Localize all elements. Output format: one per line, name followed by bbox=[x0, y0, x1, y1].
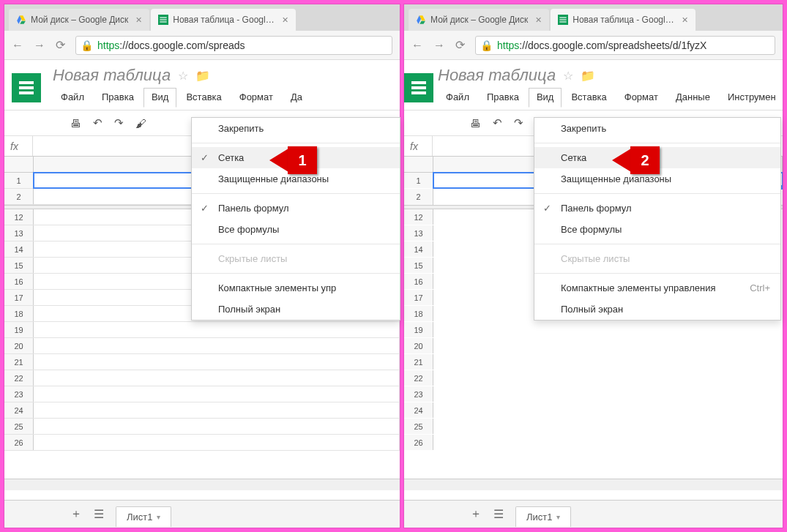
all-sheets-icon[interactable]: ☰ bbox=[94, 507, 104, 521]
browser-tab-sheets[interactable]: Новая таблица - Googl… ✕ bbox=[151, 9, 295, 31]
all-sheets-icon[interactable]: ☰ bbox=[493, 507, 504, 521]
cell[interactable] bbox=[34, 402, 400, 418]
redo-icon[interactable]: ↷ bbox=[514, 116, 523, 130]
cell[interactable] bbox=[433, 338, 783, 353]
menu-data[interactable]: Данные bbox=[668, 88, 718, 108]
row-header[interactable]: 26 bbox=[4, 435, 34, 450]
cell[interactable] bbox=[34, 386, 400, 402]
doc-title[interactable]: Новая таблица bbox=[53, 66, 171, 85]
menu-view[interactable]: Вид bbox=[529, 88, 562, 108]
row-header[interactable]: 26 bbox=[404, 435, 433, 450]
sheet-tab[interactable]: Лист1 ▾ bbox=[116, 506, 171, 527]
undo-icon[interactable]: ↶ bbox=[493, 116, 502, 130]
select-all-corner[interactable] bbox=[404, 157, 433, 172]
row-header[interactable]: 14 bbox=[404, 241, 433, 257]
row-header[interactable]: 22 bbox=[4, 370, 34, 386]
row-header[interactable]: 19 bbox=[404, 322, 433, 337]
row-header[interactable]: 16 bbox=[404, 274, 433, 289]
view-formula-bar[interactable]: ✓Панель формул bbox=[534, 198, 780, 219]
row-header[interactable]: 23 bbox=[4, 386, 34, 402]
cell[interactable] bbox=[433, 370, 783, 386]
cell[interactable] bbox=[433, 354, 783, 370]
address-bar[interactable]: 🔒 https ://docs.google.com/spreadsheets/… bbox=[475, 36, 775, 55]
row-header[interactable]: 17 bbox=[4, 290, 34, 305]
row-header[interactable]: 1 bbox=[404, 173, 433, 188]
row-header[interactable]: 15 bbox=[404, 258, 433, 273]
row-header[interactable]: 21 bbox=[404, 354, 433, 370]
browser-tab-sheets[interactable]: Новая таблица - Googl… ✕ bbox=[551, 9, 695, 31]
menu-tools[interactable]: Инструмен bbox=[720, 88, 783, 108]
menu-view[interactable]: Вид bbox=[143, 88, 177, 108]
row-header[interactable]: 17 bbox=[404, 290, 433, 305]
row-header[interactable]: 1 bbox=[4, 173, 34, 188]
row-header[interactable]: 24 bbox=[4, 402, 34, 418]
row-header[interactable]: 20 bbox=[4, 338, 34, 353]
forward-icon[interactable]: → bbox=[433, 39, 445, 52]
view-freeze[interactable]: Закрепить bbox=[534, 118, 780, 139]
menu-edit[interactable]: Правка bbox=[94, 88, 142, 108]
row-header[interactable]: 13 bbox=[4, 225, 34, 241]
forward-icon[interactable]: → bbox=[34, 39, 45, 52]
reload-icon[interactable]: ⟳ bbox=[56, 38, 65, 52]
row-header[interactable]: 12 bbox=[404, 209, 433, 225]
reload-icon[interactable]: ⟳ bbox=[455, 38, 465, 52]
folder-icon[interactable]: 📁 bbox=[581, 69, 595, 83]
row-header[interactable]: 2 bbox=[404, 189, 433, 205]
menu-data[interactable]: Да bbox=[283, 88, 310, 108]
view-fullscreen[interactable]: Полный экран bbox=[534, 299, 780, 320]
folder-icon[interactable]: 📁 bbox=[195, 69, 210, 83]
row-header[interactable]: 18 bbox=[4, 306, 34, 321]
sheets-logo[interactable] bbox=[4, 66, 48, 110]
cell[interactable] bbox=[433, 402, 783, 418]
row-header[interactable]: 24 bbox=[404, 402, 433, 418]
star-icon[interactable]: ☆ bbox=[178, 69, 188, 83]
cell[interactable] bbox=[34, 419, 400, 434]
menu-file[interactable]: Файл bbox=[438, 88, 477, 108]
menu-insert[interactable]: Вставка bbox=[563, 88, 614, 108]
row-header[interactable]: 12 bbox=[4, 209, 34, 225]
view-freeze[interactable]: Закрепить bbox=[192, 118, 400, 139]
row-header[interactable]: 19 bbox=[4, 322, 34, 337]
chevron-down-icon[interactable]: ▾ bbox=[157, 513, 160, 521]
star-icon[interactable]: ☆ bbox=[563, 69, 573, 83]
sheet-tab[interactable]: Лист1 ▾ bbox=[515, 506, 571, 527]
view-all-formulas[interactable]: Все формулы bbox=[534, 219, 780, 240]
view-fullscreen[interactable]: Полный экран bbox=[192, 299, 400, 320]
row-header[interactable]: 25 bbox=[404, 419, 433, 434]
cell[interactable] bbox=[433, 322, 783, 337]
close-icon[interactable]: ✕ bbox=[535, 15, 542, 25]
address-bar[interactable]: 🔒 https ://docs.google.com/spreads bbox=[75, 36, 392, 55]
row-header[interactable]: 22 bbox=[404, 370, 433, 386]
back-icon[interactable]: ← bbox=[411, 39, 423, 52]
horizontal-scrollbar[interactable] bbox=[4, 479, 400, 490]
view-compact-controls[interactable]: Компактные элементы упр bbox=[192, 277, 400, 299]
cell[interactable] bbox=[433, 435, 783, 450]
doc-title[interactable]: Новая таблица bbox=[438, 66, 556, 85]
print-icon[interactable]: 🖶 bbox=[70, 117, 81, 130]
add-sheet-icon[interactable]: ＋ bbox=[470, 506, 482, 522]
row-header[interactable]: 15 bbox=[4, 258, 34, 273]
paint-format-icon[interactable]: 🖌 bbox=[135, 117, 146, 130]
cell[interactable] bbox=[34, 370, 400, 386]
row-header[interactable]: 14 bbox=[4, 241, 34, 257]
row-header[interactable]: 23 bbox=[404, 386, 433, 402]
chevron-down-icon[interactable]: ▾ bbox=[556, 513, 560, 521]
row-header[interactable]: 2 bbox=[4, 189, 34, 204]
select-all-corner[interactable] bbox=[4, 157, 34, 172]
view-compact-controls[interactable]: Компактные элементы управленияCtrl+ bbox=[534, 277, 780, 299]
row-header[interactable]: 20 bbox=[404, 338, 433, 353]
row-header[interactable]: 25 bbox=[4, 419, 34, 434]
add-sheet-icon[interactable]: ＋ bbox=[70, 506, 82, 522]
menu-edit[interactable]: Правка bbox=[479, 88, 527, 108]
menu-format[interactable]: Формат bbox=[231, 88, 281, 108]
row-header[interactable]: 21 bbox=[4, 354, 34, 370]
menu-insert[interactable]: Вставка bbox=[178, 88, 229, 108]
close-icon[interactable]: ✕ bbox=[135, 15, 142, 25]
row-header[interactable]: 16 bbox=[4, 274, 34, 289]
row-header[interactable]: 13 bbox=[404, 225, 433, 241]
browser-tab-drive[interactable]: Мой диск – Google Диск ✕ bbox=[9, 9, 149, 31]
browser-tab-drive[interactable]: Мой диск – Google Диск ✕ bbox=[409, 9, 549, 31]
cell[interactable] bbox=[34, 354, 400, 370]
cell[interactable] bbox=[433, 419, 783, 434]
close-icon[interactable]: ✕ bbox=[682, 15, 688, 25]
